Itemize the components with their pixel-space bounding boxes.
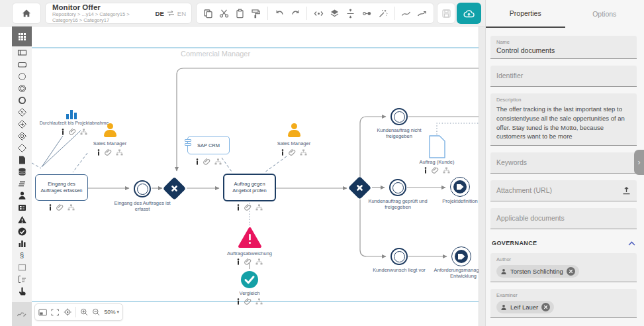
author-chip[interactable]: Torsten Schlichting xyxy=(496,265,579,278)
paperclip-icon[interactable] xyxy=(56,203,64,211)
redo-icon[interactable] xyxy=(288,5,302,21)
palette-task-icon[interactable] xyxy=(12,58,32,70)
paperclip-icon[interactable] xyxy=(244,203,252,211)
interface-projektdefinition[interactable] xyxy=(450,177,470,197)
layers-icon[interactable] xyxy=(328,5,342,21)
sitemap-icon[interactable] xyxy=(255,298,263,305)
palette-risk-icon[interactable] xyxy=(12,213,32,225)
palette-paragraph-icon[interactable]: § xyxy=(12,249,32,261)
sitemap-icon[interactable] xyxy=(68,204,75,211)
panel-collapse-handle[interactable]: › xyxy=(634,150,644,175)
info-icon[interactable] xyxy=(48,204,52,211)
examiner-field[interactable]: Examiner Leif Lauer xyxy=(490,289,637,318)
edge-curved-icon[interactable] xyxy=(399,5,414,21)
info-icon[interactable] xyxy=(61,129,65,135)
role-sales-manager-2[interactable] xyxy=(287,123,300,138)
palette-gateway-or-icon[interactable] xyxy=(12,130,32,142)
palette-menu-button[interactable] xyxy=(12,27,32,46)
role-sales-manager-1[interactable] xyxy=(103,123,116,138)
palette-database-icon[interactable] xyxy=(12,166,32,178)
publish-button[interactable] xyxy=(457,3,481,24)
sitemap-icon[interactable] xyxy=(255,258,263,265)
palette-hand-icon[interactable] xyxy=(12,285,32,297)
signature-tool[interactable] xyxy=(12,302,32,326)
attachment-field[interactable]: Attachment (URL) xyxy=(490,180,637,201)
edge-smooth-icon[interactable] xyxy=(415,5,430,21)
connector-icon[interactable] xyxy=(359,5,374,21)
gateway-2[interactable] xyxy=(348,176,371,199)
paperclip-icon[interactable] xyxy=(432,166,439,174)
copy-icon[interactable] xyxy=(201,5,215,21)
palette-frame-icon[interactable] xyxy=(12,261,32,273)
lang-de[interactable]: DE xyxy=(156,10,164,17)
home-button[interactable] xyxy=(12,3,41,24)
governance-section-header[interactable]: GOVERNANCE xyxy=(492,240,635,246)
palette-gateway-icon[interactable] xyxy=(12,142,32,154)
upload-icon[interactable] xyxy=(622,186,631,195)
cut-icon[interactable] xyxy=(216,5,231,21)
event-kundenwunsch[interactable] xyxy=(391,248,408,265)
save-button[interactable] xyxy=(437,3,455,24)
palette-document-icon[interactable] xyxy=(12,154,32,166)
canvas-scrollbar-gutter[interactable] xyxy=(479,27,485,326)
palette-start-event-icon[interactable] xyxy=(12,70,32,82)
document-auftrag-kunde[interactable] xyxy=(429,135,445,158)
zoom-level-dropdown[interactable]: 50% ▾ xyxy=(104,309,119,315)
paperclip-icon[interactable] xyxy=(244,298,252,305)
identifier-field[interactable]: Identifier xyxy=(490,66,637,87)
palette-system-icon[interactable] xyxy=(12,201,32,213)
palette-kpi-icon[interactable] xyxy=(12,237,32,249)
tab-options[interactable]: Options xyxy=(565,0,644,28)
info-icon[interactable] xyxy=(236,298,240,305)
palette-end-event-icon[interactable] xyxy=(12,94,32,106)
sitemap-icon[interactable] xyxy=(116,149,123,156)
examiner-chip[interactable]: Leif Lauer xyxy=(496,301,554,313)
event-eingang-erfasst[interactable] xyxy=(134,180,151,197)
palette-intermediate-event-icon[interactable] xyxy=(12,82,32,94)
sitemap-icon[interactable] xyxy=(443,167,450,174)
palette-annotation-icon[interactable] xyxy=(12,178,32,190)
sitemap-icon[interactable] xyxy=(214,158,222,165)
palette-textbox-icon[interactable] xyxy=(12,273,32,285)
sitemap-icon[interactable] xyxy=(255,204,263,211)
task-eingang-erfassen[interactable]: Eingang des Auftrages erfassen xyxy=(35,174,88,201)
undo-icon[interactable] xyxy=(272,5,287,21)
sitemap-icon[interactable] xyxy=(300,149,307,156)
paperclip-icon[interactable] xyxy=(105,148,112,156)
minimap-icon[interactable] xyxy=(38,308,47,317)
zoom-in-icon[interactable] xyxy=(80,307,88,317)
paperclip-icon[interactable] xyxy=(289,148,296,156)
language-toggle[interactable]: DE EN xyxy=(156,10,186,17)
distribute-horizontal-icon[interactable] xyxy=(311,5,326,21)
paste-icon[interactable] xyxy=(233,5,248,21)
info-icon[interactable] xyxy=(424,167,428,174)
keywords-field[interactable]: Keywords xyxy=(490,152,637,174)
center-target-icon[interactable] xyxy=(64,307,71,317)
paperclip-icon[interactable] xyxy=(244,258,252,265)
palette-gateway-and-icon[interactable] xyxy=(12,118,32,130)
magic-wand-icon[interactable] xyxy=(375,5,390,21)
fit-screen-icon[interactable] xyxy=(51,308,59,317)
palette-gateway-xor-icon[interactable] xyxy=(12,106,32,118)
applicable-documents-field[interactable]: Applicable documents xyxy=(490,208,637,229)
description-field[interactable]: Description The offer tracking is the la… xyxy=(490,93,637,146)
info-icon[interactable] xyxy=(195,158,199,165)
info-icon[interactable] xyxy=(281,149,285,156)
author-field[interactable]: Author Torsten Schlichting xyxy=(490,253,637,282)
lang-en[interactable]: EN xyxy=(177,10,186,17)
palette-role-icon[interactable] xyxy=(12,190,32,201)
task-auftrag-pruefen[interactable]: Auftrag gegen Angebot prüfen xyxy=(223,174,276,201)
gateway-1[interactable] xyxy=(163,177,186,200)
paperclip-icon[interactable] xyxy=(69,128,76,135)
system-sap-crm[interactable]: SAP CRM xyxy=(187,136,230,154)
palette-control-icon[interactable] xyxy=(12,225,32,237)
paperclip-icon[interactable] xyxy=(203,158,210,165)
remove-author-button[interactable] xyxy=(567,267,575,276)
info-icon[interactable] xyxy=(236,204,240,211)
control-vergleich[interactable] xyxy=(240,270,259,289)
tab-properties[interactable]: Properties xyxy=(486,0,565,28)
palette-pool-icon[interactable] xyxy=(12,46,32,58)
diagram-canvas[interactable]: Commercial Manager xyxy=(32,27,479,326)
event-geprueft-freigegeben[interactable] xyxy=(389,179,406,196)
sitemap-icon[interactable] xyxy=(80,129,87,135)
